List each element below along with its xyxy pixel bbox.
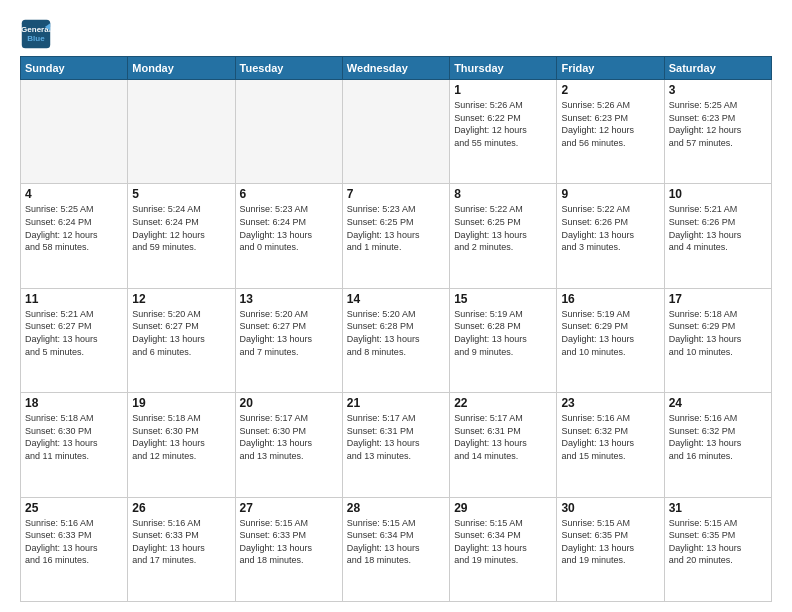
week-row-3: 11Sunrise: 5:21 AM Sunset: 6:27 PM Dayli… [21, 288, 772, 392]
day-number: 29 [454, 501, 552, 515]
day-info: Sunrise: 5:16 AM Sunset: 6:33 PM Dayligh… [132, 517, 230, 567]
day-info: Sunrise: 5:17 AM Sunset: 6:31 PM Dayligh… [454, 412, 552, 462]
day-info: Sunrise: 5:16 AM Sunset: 6:32 PM Dayligh… [561, 412, 659, 462]
page: General Blue SundayMondayTuesdayWednesda… [0, 0, 792, 612]
day-number: 20 [240, 396, 338, 410]
day-cell [235, 80, 342, 184]
logo: General Blue [20, 18, 56, 50]
day-number: 10 [669, 187, 767, 201]
week-row-4: 18Sunrise: 5:18 AM Sunset: 6:30 PM Dayli… [21, 393, 772, 497]
day-cell: 28Sunrise: 5:15 AM Sunset: 6:34 PM Dayli… [342, 497, 449, 601]
week-row-1: 1Sunrise: 5:26 AM Sunset: 6:22 PM Daylig… [21, 80, 772, 184]
day-number: 22 [454, 396, 552, 410]
day-info: Sunrise: 5:17 AM Sunset: 6:30 PM Dayligh… [240, 412, 338, 462]
day-info: Sunrise: 5:24 AM Sunset: 6:24 PM Dayligh… [132, 203, 230, 253]
col-header-monday: Monday [128, 57, 235, 80]
day-cell: 12Sunrise: 5:20 AM Sunset: 6:27 PM Dayli… [128, 288, 235, 392]
day-info: Sunrise: 5:21 AM Sunset: 6:26 PM Dayligh… [669, 203, 767, 253]
day-number: 16 [561, 292, 659, 306]
day-number: 23 [561, 396, 659, 410]
day-number: 13 [240, 292, 338, 306]
day-cell [128, 80, 235, 184]
col-header-sunday: Sunday [21, 57, 128, 80]
day-cell: 15Sunrise: 5:19 AM Sunset: 6:28 PM Dayli… [450, 288, 557, 392]
day-number: 17 [669, 292, 767, 306]
day-cell: 5Sunrise: 5:24 AM Sunset: 6:24 PM Daylig… [128, 184, 235, 288]
day-info: Sunrise: 5:19 AM Sunset: 6:29 PM Dayligh… [561, 308, 659, 358]
day-cell: 8Sunrise: 5:22 AM Sunset: 6:25 PM Daylig… [450, 184, 557, 288]
svg-text:Blue: Blue [27, 34, 45, 43]
day-number: 26 [132, 501, 230, 515]
day-number: 9 [561, 187, 659, 201]
week-row-2: 4Sunrise: 5:25 AM Sunset: 6:24 PM Daylig… [21, 184, 772, 288]
day-number: 27 [240, 501, 338, 515]
day-info: Sunrise: 5:17 AM Sunset: 6:31 PM Dayligh… [347, 412, 445, 462]
day-info: Sunrise: 5:18 AM Sunset: 6:30 PM Dayligh… [132, 412, 230, 462]
day-info: Sunrise: 5:19 AM Sunset: 6:28 PM Dayligh… [454, 308, 552, 358]
day-number: 7 [347, 187, 445, 201]
day-info: Sunrise: 5:18 AM Sunset: 6:29 PM Dayligh… [669, 308, 767, 358]
day-number: 31 [669, 501, 767, 515]
day-cell: 19Sunrise: 5:18 AM Sunset: 6:30 PM Dayli… [128, 393, 235, 497]
day-info: Sunrise: 5:22 AM Sunset: 6:25 PM Dayligh… [454, 203, 552, 253]
day-cell: 18Sunrise: 5:18 AM Sunset: 6:30 PM Dayli… [21, 393, 128, 497]
day-cell: 4Sunrise: 5:25 AM Sunset: 6:24 PM Daylig… [21, 184, 128, 288]
day-info: Sunrise: 5:15 AM Sunset: 6:35 PM Dayligh… [669, 517, 767, 567]
day-cell: 16Sunrise: 5:19 AM Sunset: 6:29 PM Dayli… [557, 288, 664, 392]
day-cell: 11Sunrise: 5:21 AM Sunset: 6:27 PM Dayli… [21, 288, 128, 392]
day-info: Sunrise: 5:21 AM Sunset: 6:27 PM Dayligh… [25, 308, 123, 358]
day-cell: 27Sunrise: 5:15 AM Sunset: 6:33 PM Dayli… [235, 497, 342, 601]
day-info: Sunrise: 5:15 AM Sunset: 6:34 PM Dayligh… [347, 517, 445, 567]
week-row-5: 25Sunrise: 5:16 AM Sunset: 6:33 PM Dayli… [21, 497, 772, 601]
day-cell: 23Sunrise: 5:16 AM Sunset: 6:32 PM Dayli… [557, 393, 664, 497]
col-header-friday: Friday [557, 57, 664, 80]
day-number: 19 [132, 396, 230, 410]
day-info: Sunrise: 5:23 AM Sunset: 6:24 PM Dayligh… [240, 203, 338, 253]
day-info: Sunrise: 5:18 AM Sunset: 6:30 PM Dayligh… [25, 412, 123, 462]
day-cell: 7Sunrise: 5:23 AM Sunset: 6:25 PM Daylig… [342, 184, 449, 288]
day-info: Sunrise: 5:26 AM Sunset: 6:23 PM Dayligh… [561, 99, 659, 149]
day-number: 5 [132, 187, 230, 201]
day-number: 2 [561, 83, 659, 97]
day-number: 15 [454, 292, 552, 306]
col-header-tuesday: Tuesday [235, 57, 342, 80]
day-number: 3 [669, 83, 767, 97]
day-number: 6 [240, 187, 338, 201]
day-info: Sunrise: 5:15 AM Sunset: 6:35 PM Dayligh… [561, 517, 659, 567]
logo-icon: General Blue [20, 18, 52, 50]
day-cell: 22Sunrise: 5:17 AM Sunset: 6:31 PM Dayli… [450, 393, 557, 497]
header-row: SundayMondayTuesdayWednesdayThursdayFrid… [21, 57, 772, 80]
day-cell: 30Sunrise: 5:15 AM Sunset: 6:35 PM Dayli… [557, 497, 664, 601]
day-cell: 1Sunrise: 5:26 AM Sunset: 6:22 PM Daylig… [450, 80, 557, 184]
day-number: 25 [25, 501, 123, 515]
col-header-thursday: Thursday [450, 57, 557, 80]
day-number: 18 [25, 396, 123, 410]
day-cell: 21Sunrise: 5:17 AM Sunset: 6:31 PM Dayli… [342, 393, 449, 497]
day-info: Sunrise: 5:22 AM Sunset: 6:26 PM Dayligh… [561, 203, 659, 253]
day-info: Sunrise: 5:26 AM Sunset: 6:22 PM Dayligh… [454, 99, 552, 149]
header: General Blue [20, 18, 772, 50]
day-cell: 31Sunrise: 5:15 AM Sunset: 6:35 PM Dayli… [664, 497, 771, 601]
day-cell: 17Sunrise: 5:18 AM Sunset: 6:29 PM Dayli… [664, 288, 771, 392]
day-number: 21 [347, 396, 445, 410]
day-cell: 20Sunrise: 5:17 AM Sunset: 6:30 PM Dayli… [235, 393, 342, 497]
col-header-wednesday: Wednesday [342, 57, 449, 80]
day-info: Sunrise: 5:25 AM Sunset: 6:24 PM Dayligh… [25, 203, 123, 253]
calendar-table: SundayMondayTuesdayWednesdayThursdayFrid… [20, 56, 772, 602]
day-cell: 14Sunrise: 5:20 AM Sunset: 6:28 PM Dayli… [342, 288, 449, 392]
day-info: Sunrise: 5:20 AM Sunset: 6:27 PM Dayligh… [132, 308, 230, 358]
day-number: 11 [25, 292, 123, 306]
day-info: Sunrise: 5:16 AM Sunset: 6:33 PM Dayligh… [25, 517, 123, 567]
day-info: Sunrise: 5:15 AM Sunset: 6:33 PM Dayligh… [240, 517, 338, 567]
day-number: 12 [132, 292, 230, 306]
day-info: Sunrise: 5:16 AM Sunset: 6:32 PM Dayligh… [669, 412, 767, 462]
day-number: 30 [561, 501, 659, 515]
day-number: 24 [669, 396, 767, 410]
day-info: Sunrise: 5:23 AM Sunset: 6:25 PM Dayligh… [347, 203, 445, 253]
day-cell: 29Sunrise: 5:15 AM Sunset: 6:34 PM Dayli… [450, 497, 557, 601]
day-cell: 10Sunrise: 5:21 AM Sunset: 6:26 PM Dayli… [664, 184, 771, 288]
col-header-saturday: Saturday [664, 57, 771, 80]
day-cell: 24Sunrise: 5:16 AM Sunset: 6:32 PM Dayli… [664, 393, 771, 497]
day-cell: 26Sunrise: 5:16 AM Sunset: 6:33 PM Dayli… [128, 497, 235, 601]
day-cell: 25Sunrise: 5:16 AM Sunset: 6:33 PM Dayli… [21, 497, 128, 601]
